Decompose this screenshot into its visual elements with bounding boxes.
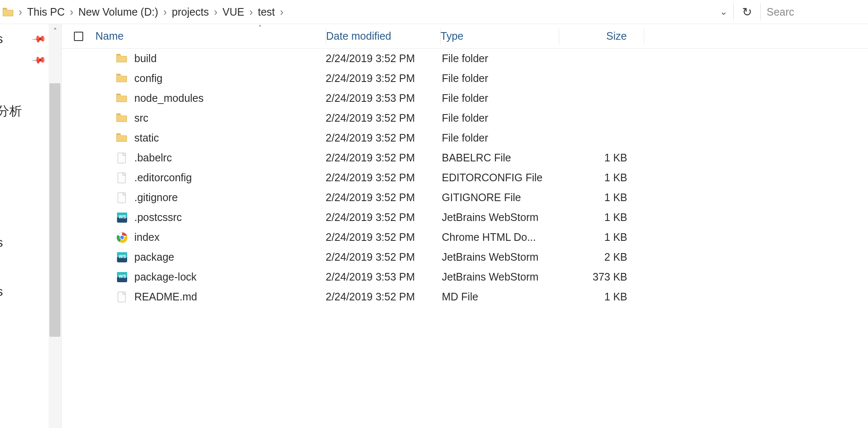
breadcrumb-item[interactable]: test	[253, 4, 279, 20]
scrollbar-thumb[interactable]	[49, 83, 60, 337]
file-type: EDITORCONFIG File	[442, 172, 560, 184]
file-date: 2/24/2019 3:52 PM	[326, 72, 442, 85]
file-row[interactable]: index2/24/2019 3:52 PMChrome HTML Do...1…	[62, 227, 868, 247]
file-date: 2/24/2019 3:52 PM	[326, 231, 442, 243]
file-row[interactable]: .gitignore2/24/2019 3:52 PMGITIGNORE Fil…	[62, 188, 868, 207]
chevron-right-icon[interactable]: ›	[213, 6, 218, 18]
file-row[interactable]: .babelrc2/24/2019 3:52 PMBABELRC File1 K…	[62, 148, 868, 168]
file-size: 1 KB	[560, 211, 642, 224]
file-row[interactable]: static2/24/2019 3:52 PMFile folder	[62, 128, 868, 148]
file-size: 1 KB	[560, 172, 642, 184]
file-row[interactable]: .editorconfig2/24/2019 3:52 PMEDITORCONF…	[62, 168, 868, 188]
file-date: 2/24/2019 3:52 PM	[326, 251, 442, 263]
sidebar-item-label[interactable]: s	[0, 235, 3, 250]
divider	[733, 3, 734, 20]
file-icon	[116, 152, 128, 164]
folder-icon	[2, 5, 14, 18]
file-type: JetBrains WebStorm	[442, 251, 560, 263]
nav-sidebar: s 📌 📌 分析 s s ˄	[0, 24, 62, 428]
chevron-right-icon[interactable]: ›	[279, 6, 284, 18]
file-size: 1 KB	[560, 291, 642, 303]
column-headers: ˄ Name Date modified Type Size	[62, 24, 868, 49]
file-name: index	[134, 231, 160, 243]
chevron-right-icon[interactable]: ›	[18, 6, 23, 18]
file-row[interactable]: node_modules2/24/2019 3:53 PMFile folder	[62, 88, 868, 108]
file-name: static	[134, 132, 159, 144]
file-row[interactable]: build2/24/2019 3:52 PMFile folder	[62, 49, 868, 68]
pin-icon[interactable]: 📌	[31, 31, 46, 46]
checkbox-icon[interactable]	[74, 32, 83, 41]
file-size: 1 KB	[560, 152, 642, 164]
column-header-type[interactable]: Type	[441, 30, 559, 42]
ws-icon	[116, 251, 128, 264]
chevron-right-icon[interactable]: ›	[69, 6, 74, 18]
file-type: MD File	[442, 291, 560, 303]
file-row[interactable]: config2/24/2019 3:52 PMFile folder	[62, 68, 868, 88]
header-select-all[interactable]	[62, 32, 95, 41]
file-name: README.md	[134, 291, 197, 303]
file-type: JetBrains WebStorm	[442, 211, 560, 224]
file-date: 2/24/2019 3:52 PM	[326, 172, 442, 184]
file-row[interactable]: src2/24/2019 3:52 PMFile folder	[62, 108, 868, 128]
file-icon	[116, 172, 128, 184]
breadcrumb-item[interactable]: projects	[168, 4, 213, 20]
file-name: config	[134, 72, 163, 85]
file-icon	[116, 291, 128, 303]
file-date: 2/24/2019 3:52 PM	[326, 191, 442, 204]
file-icon	[116, 191, 128, 204]
refresh-icon[interactable]: ↻	[735, 5, 759, 19]
file-size: 373 KB	[560, 271, 642, 283]
folder-icon	[116, 52, 128, 65]
chevron-up-icon[interactable]: ˄	[49, 27, 61, 36]
breadcrumb-item[interactable]: New Volume (D:)	[74, 4, 163, 20]
file-name: build	[134, 52, 157, 65]
breadcrumb-item[interactable]: VUE	[218, 4, 248, 20]
file-date: 2/24/2019 3:52 PM	[326, 52, 442, 65]
search-input[interactable]: Searc	[762, 4, 868, 20]
sidebar-item-label[interactable]: s	[0, 284, 3, 299]
divider	[644, 28, 644, 45]
file-date: 2/24/2019 3:53 PM	[326, 271, 442, 283]
file-row[interactable]: README.md2/24/2019 3:52 PMMD File1 KB	[62, 287, 868, 307]
column-header-name[interactable]: Name	[95, 30, 326, 42]
file-row[interactable]: package2/24/2019 3:52 PMJetBrains WebSto…	[62, 247, 868, 267]
chrome-icon	[116, 231, 128, 244]
file-name: package-lock	[134, 271, 196, 283]
chevron-right-icon[interactable]: ›	[248, 6, 253, 18]
ws-icon	[116, 211, 128, 224]
folder-icon	[116, 112, 128, 125]
file-type: Chrome HTML Do...	[442, 231, 560, 243]
chevron-right-icon[interactable]: ›	[163, 6, 168, 18]
file-name: node_modules	[134, 92, 204, 104]
file-date: 2/24/2019 3:52 PM	[326, 152, 442, 164]
chevron-down-icon[interactable]: ⌄	[716, 6, 732, 17]
file-type: BABELRC File	[442, 152, 560, 164]
sidebar-scrollbar[interactable]: ˄	[49, 24, 61, 428]
file-date: 2/24/2019 3:53 PM	[326, 92, 442, 104]
column-header-label: Name	[95, 30, 124, 42]
file-name: .babelrc	[134, 152, 172, 164]
breadcrumb: This PC › New Volume (D:) › projects › V…	[23, 4, 716, 20]
file-date: 2/24/2019 3:52 PM	[326, 132, 442, 144]
column-header-size[interactable]: Size	[559, 30, 644, 42]
column-header-date[interactable]: Date modified	[326, 30, 440, 42]
file-row[interactable]: .postcssrc2/24/2019 3:52 PMJetBrains Web…	[62, 207, 868, 227]
file-type: File folder	[442, 52, 560, 65]
sidebar-item-label[interactable]: 分析	[0, 103, 22, 120]
file-type: File folder	[442, 132, 560, 144]
breadcrumb-item[interactable]: This PC	[23, 4, 69, 20]
file-size: 1 KB	[560, 191, 642, 204]
file-type: File folder	[442, 72, 560, 85]
ws-icon	[116, 271, 128, 284]
file-row[interactable]: package-lock2/24/2019 3:53 PMJetBrains W…	[62, 267, 868, 287]
folder-icon	[116, 92, 128, 105]
folder-icon	[116, 72, 128, 85]
file-date: 2/24/2019 3:52 PM	[326, 112, 442, 124]
sidebar-item-label[interactable]: s	[0, 32, 3, 46]
file-type: File folder	[442, 92, 560, 104]
pin-icon[interactable]: 📌	[31, 52, 46, 68]
file-type: GITIGNORE File	[442, 191, 560, 204]
file-date: 2/24/2019 3:52 PM	[326, 211, 442, 224]
file-size: 1 KB	[560, 231, 642, 243]
file-type: File folder	[442, 112, 560, 124]
